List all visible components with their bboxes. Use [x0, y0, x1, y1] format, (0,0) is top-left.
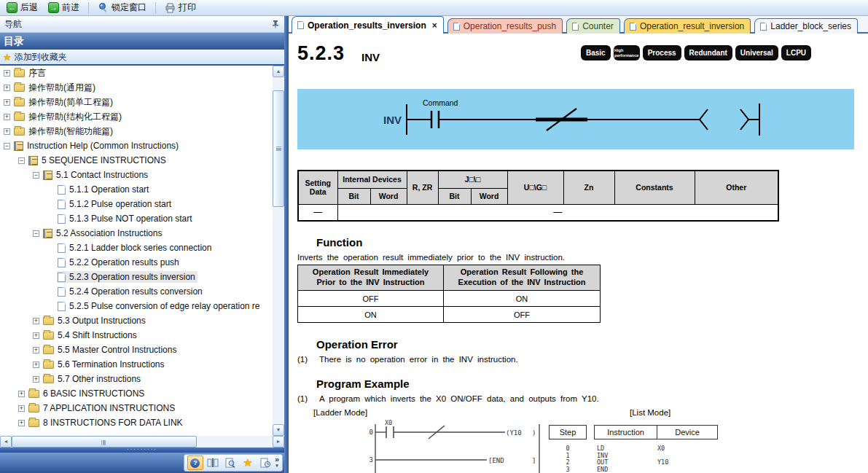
tree-item-content[interactable]: 5.2 Association Instructions — [42, 227, 164, 239]
scroll-right-arrow-icon[interactable]: ► — [273, 436, 284, 447]
tab-label: Operation_results_inversion — [308, 20, 426, 31]
tree-item-content[interactable]: 5.2.5 Pulse conversion of edge relay ope… — [57, 300, 262, 312]
tree-item-content[interactable]: 5.5 Master Control Instructions — [42, 344, 179, 356]
expand-plus-icon[interactable]: + — [4, 128, 10, 135]
folder-icon — [14, 84, 25, 92]
tree-item[interactable]: 5.1.1 Operation start — [0, 182, 273, 197]
tree-item-content[interactable]: 5.4 Shift Instructions — [42, 329, 139, 341]
contents-view-button[interactable]: ? — [187, 456, 203, 470]
tree-item[interactable]: −5 SEQUENCE INSTRUCTIONS — [0, 153, 273, 168]
more-buttons-chevron-icon[interactable]: »▼ — [275, 456, 279, 469]
tree-item[interactable]: +序言 — [0, 66, 273, 80]
tree-item[interactable]: −5.2 Association Instructions — [0, 226, 273, 241]
tree-item-content[interactable]: 8 INSTRUCTIONS FOR DATA LINK — [28, 417, 185, 429]
expand-plus-icon[interactable]: + — [4, 114, 10, 120]
tree-item-content[interactable]: 5.2.2 Operation results push — [57, 257, 181, 268]
tree-item[interactable]: 5.2.4 Operation results conversion — [0, 284, 273, 299]
tree-item-content[interactable]: 操作帮助(通用篇) — [13, 81, 98, 95]
document-tab[interactable]: Ladder_block_series — [754, 18, 858, 34]
collapse-minus-icon[interactable]: − — [4, 143, 10, 149]
tree-item[interactable]: +5.3 Output Instructions — [0, 313, 273, 328]
tree-item-label: 5.7 Other instructions — [58, 374, 141, 384]
tree-item[interactable]: 5.2.3 Operation results inversion — [0, 270, 273, 284]
horizontal-scrollbar-thumb[interactable] — [12, 436, 197, 447]
tree-item-content[interactable]: 5.7 Other instructions — [42, 373, 143, 385]
function-heading: Function — [316, 236, 362, 249]
tree-item-content[interactable]: 5.1.1 Operation start — [57, 184, 151, 195]
scroll-up-arrow-icon[interactable]: ▲ — [273, 66, 284, 77]
tree-item-content[interactable]: 5.1 Contact Instructions — [42, 169, 150, 181]
favorites-view-button[interactable]: ★ — [240, 456, 256, 470]
tree-item-content[interactable]: 5 SEQUENCE INSTRUCTIONS — [28, 155, 168, 166]
document-tab[interactable]: Operation_result_inversion — [624, 18, 751, 34]
lock-window-button[interactable]: 锁定窗口 — [94, 1, 150, 15]
expand-plus-icon[interactable]: + — [4, 70, 10, 77]
tree-item[interactable]: 5.2.5 Pulse conversion of edge relay ope… — [0, 299, 273, 313]
scroll-left-arrow-icon[interactable]: ◄ — [0, 436, 12, 447]
tree-item[interactable]: +5.4 Shift Instructions — [0, 328, 273, 343]
scroll-down-arrow-icon[interactable]: ▼ — [273, 424, 284, 436]
tree-item-content[interactable]: 序言 — [13, 66, 48, 80]
expand-plus-icon[interactable]: + — [33, 347, 39, 353]
tree-item-content[interactable]: 5.6 Termination Instructions — [42, 359, 167, 370]
tree-item[interactable]: +操作帮助(结构化工程篇) — [0, 109, 273, 124]
add-to-favorites-button[interactable]: ★ 添加到收藏夹 — [0, 50, 284, 66]
sidebar: 导航 目录 ★ 添加到收藏夹 +序言+操作帮助(通用篇)+操作帮助(简单工程篇)… — [0, 16, 284, 473]
expand-plus-icon[interactable]: + — [33, 332, 39, 339]
expand-plus-icon[interactable]: + — [4, 99, 10, 106]
tree-item-content[interactable]: 5.1.3 Pulse NOT operation start — [57, 213, 195, 224]
expand-plus-icon[interactable]: + — [33, 376, 39, 383]
list-row: 1INV — [549, 453, 724, 460]
tree-item[interactable]: +操作帮助(智能功能篇) — [0, 124, 273, 138]
tree-item-content[interactable]: 5.2.3 Operation results inversion — [57, 271, 198, 283]
tree-item[interactable]: +操作帮助(简单工程篇) — [0, 95, 273, 109]
vertical-scrollbar-thumb[interactable] — [273, 90, 284, 207]
collapse-minus-icon[interactable]: − — [33, 172, 39, 179]
index-view-button[interactable] — [205, 456, 221, 470]
document-tab[interactable]: Operation_results_push — [447, 18, 563, 34]
expand-plus-icon[interactable]: + — [18, 420, 25, 426]
document-tab[interactable]: Counter — [566, 18, 620, 34]
tree-item[interactable]: 5.1.2 Pulse operation start — [0, 197, 273, 211]
tree-item[interactable]: +5.5 Master Control Instructions — [0, 343, 273, 357]
auto-hide-pin-icon[interactable] — [271, 20, 280, 28]
tree-item[interactable]: +8 INSTRUCTIONS FOR DATA LINK — [0, 415, 273, 430]
expand-plus-icon[interactable]: + — [18, 405, 25, 412]
tab-close-icon[interactable]: × — [432, 20, 437, 31]
tree-item-content[interactable]: Instruction Help (Common Instructions) — [13, 140, 181, 152]
print-button[interactable]: 打印 — [161, 1, 200, 15]
tree-item-content[interactable]: 7 APPLICATION INSTRUCTIONS — [28, 402, 177, 414]
tree-vertical-scrollbar[interactable]: ▲ ▼ — [273, 66, 284, 436]
forward-button[interactable]: → 前进 — [44, 1, 83, 15]
tree-item[interactable]: +7 APPLICATION INSTRUCTIONS — [0, 401, 273, 415]
tree-item-content[interactable]: 操作帮助(结构化工程篇) — [13, 110, 124, 124]
tree-item[interactable]: 5.2.2 Operation results push — [0, 255, 273, 270]
collapse-minus-icon[interactable]: − — [33, 230, 39, 237]
document-tab[interactable]: Operation_results_inversion× — [292, 16, 444, 34]
tree-item-content[interactable]: 5.3 Output Instructions — [42, 315, 148, 327]
tree-item-content[interactable]: 操作帮助(智能功能篇) — [13, 125, 115, 138]
expand-plus-icon[interactable]: + — [4, 85, 10, 91]
tree-item-content[interactable]: 5.2.1 Ladder block series connection — [57, 242, 214, 254]
search-view-button[interactable] — [222, 456, 238, 470]
tree-item[interactable]: +5.7 Other instructions — [0, 372, 273, 386]
tree-item[interactable]: +操作帮助(通用篇) — [0, 80, 273, 95]
tree-item-content[interactable]: 5.2.4 Operation results conversion — [57, 286, 205, 297]
panel-splitter[interactable]: ········· — [0, 447, 284, 453]
expand-plus-icon[interactable]: + — [33, 361, 39, 368]
expand-plus-icon[interactable]: + — [18, 391, 25, 397]
tree-item[interactable]: −5.1 Contact Instructions — [0, 168, 273, 182]
tree-item[interactable]: −Instruction Help (Common Instructions) — [0, 138, 273, 153]
tree-item[interactable]: 5.1.3 Pulse NOT operation start — [0, 211, 273, 226]
tree-item[interactable]: 5.2.1 Ladder block series connection — [0, 241, 273, 255]
tree-item[interactable]: +5.6 Termination Instructions — [0, 357, 273, 372]
collapse-minus-icon[interactable]: − — [18, 157, 25, 164]
tree-horizontal-scrollbar[interactable]: ◄ ► — [0, 436, 284, 447]
tree-item[interactable]: +6 BASIC INSTRUCTIONS — [0, 386, 273, 401]
tree-item-content[interactable]: 5.1.2 Pulse operation start — [57, 198, 173, 210]
tree-item-content[interactable]: 操作帮助(简单工程篇) — [13, 95, 115, 109]
tree-item-content[interactable]: 6 BASIC INSTRUCTIONS — [28, 388, 146, 399]
expand-plus-icon[interactable]: + — [33, 318, 39, 324]
back-button[interactable]: ← 后退 — [3, 1, 42, 15]
history-view-button[interactable] — [257, 456, 273, 470]
